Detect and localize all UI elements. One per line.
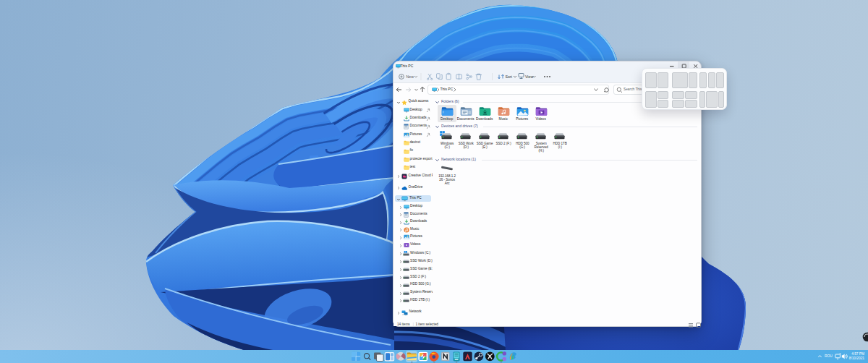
svg-text:View: View xyxy=(525,74,533,79)
svg-text:Sort: Sort xyxy=(506,74,513,79)
svg-text:New: New xyxy=(407,74,414,79)
